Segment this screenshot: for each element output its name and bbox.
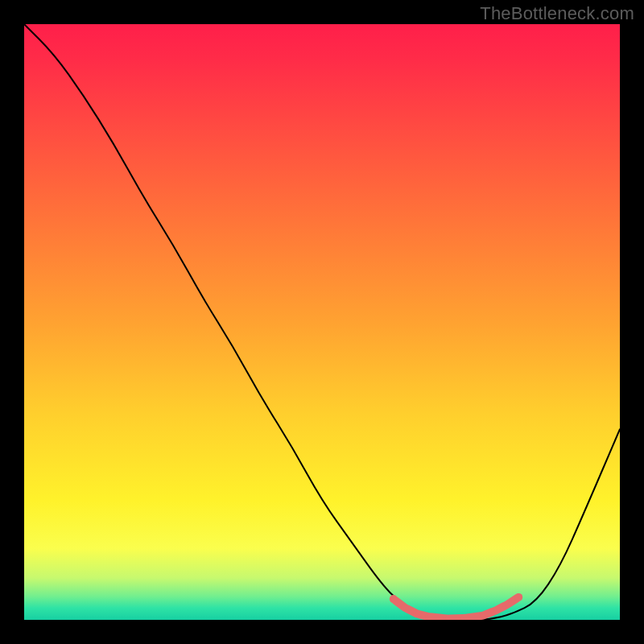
optimal-marker-segment <box>468 616 481 617</box>
bottleneck-curve <box>24 24 620 620</box>
plot-area <box>24 24 620 620</box>
optimal-marker-segment <box>431 617 444 619</box>
watermark-text: TheBottleneck.com <box>480 3 634 24</box>
optimal-marker-dot <box>514 593 522 601</box>
chart-svg <box>24 24 620 620</box>
chart-frame: TheBottleneck.com <box>0 0 644 644</box>
optimal-marker-segment <box>449 618 462 619</box>
